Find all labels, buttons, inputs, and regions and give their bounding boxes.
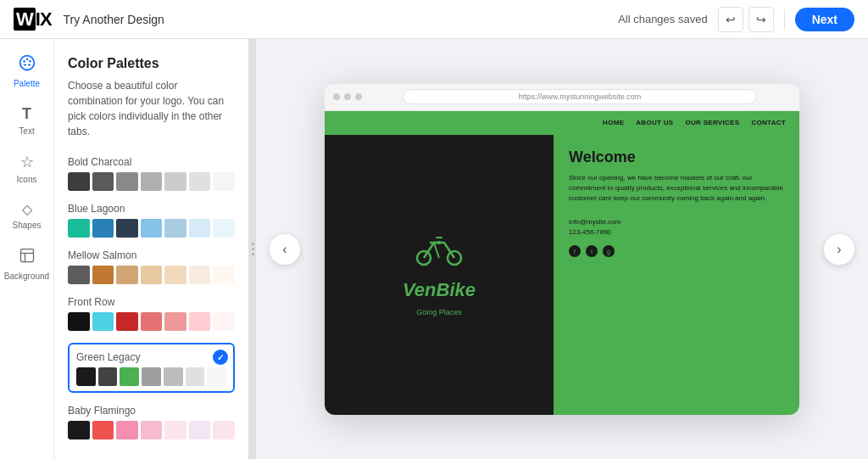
google-icon: g	[603, 245, 615, 257]
browser-dot-1	[333, 93, 340, 100]
svg-point-0	[19, 56, 34, 70]
background-label: Background	[4, 271, 49, 281]
site-left-panel: VenBike Going Places	[325, 135, 554, 415]
site-logo-text: VenBike	[403, 279, 476, 301]
palette-green-legacy[interactable]: ✓ Green Legacy	[68, 343, 235, 393]
palette-panel-title: Color Palettes	[68, 56, 235, 71]
palette-swatches	[68, 172, 235, 191]
saved-status: All changes saved	[618, 13, 708, 25]
facebook-icon: f	[569, 245, 581, 257]
palette-swatches	[68, 219, 235, 238]
sidebar-item-text[interactable]: T Text	[0, 97, 53, 144]
sidebar-item-background[interactable]: Background	[0, 238, 53, 289]
shapes-icon: ◇	[22, 201, 32, 217]
site-logo-sub: Going Places	[416, 308, 462, 316]
selected-check-icon: ✓	[213, 350, 228, 365]
browser-url: https://www.mystunningwebsite.com	[403, 89, 757, 104]
nav-home: HOME	[603, 119, 624, 126]
browser-dots	[333, 93, 362, 100]
text-label: Text	[19, 126, 34, 136]
svg-point-1	[23, 60, 25, 63]
palette-bold-charcoal[interactable]: Bold Charcoal	[68, 156, 235, 191]
palette-name: Green Legacy	[76, 351, 226, 363]
sidebar-icons: Palette T Text ☆ Icons ◇ Shapes Backgrou…	[0, 39, 54, 459]
shapes-label: Shapes	[13, 221, 42, 230]
text-icon: T	[22, 105, 31, 123]
header-right: All changes saved ↩ ↪ Next	[618, 7, 854, 32]
bike-icon	[414, 232, 465, 272]
browser-mockup: https://www.mystunningwebsite.com HOME A…	[325, 84, 799, 415]
palette-icon	[19, 54, 36, 76]
palette-name: Mellow Salmon	[68, 249, 235, 261]
site-email: info@mysite.com	[569, 217, 784, 228]
svg-point-2	[25, 59, 28, 61]
sidebar-item-icons[interactable]: ☆ Icons	[0, 144, 53, 193]
undo-button[interactable]: ↩	[718, 7, 743, 32]
main-content: Palette T Text ☆ Icons ◇ Shapes Backgrou…	[0, 39, 868, 459]
palette-name: Baby Flamingo	[68, 405, 235, 417]
header-left: WIX Try Another Design	[14, 8, 164, 31]
background-icon	[19, 247, 36, 268]
palette-blue-lagoon[interactable]: Blue Lagoon	[68, 203, 235, 238]
page-title: Try Another Design	[64, 13, 164, 26]
site-phone: 123-456-7890	[569, 227, 784, 238]
svg-point-5	[28, 64, 31, 66]
palette-mellow-salmon[interactable]: Mellow Salmon	[68, 249, 235, 284]
palette-baby-flamingo[interactable]: Baby Flamingo	[68, 405, 235, 439]
divider-dots	[252, 243, 254, 255]
palette-panel: Color Palettes Choose a beautiful color …	[54, 39, 249, 459]
undo-redo-group: ↩ ↪	[718, 7, 774, 32]
palette-swatches	[76, 367, 226, 386]
svg-rect-6	[20, 249, 33, 262]
svg-point-4	[24, 64, 26, 66]
app-header: WIX Try Another Design All changes saved…	[0, 0, 868, 39]
site-contact: info@mysite.com 123-456-7890	[569, 217, 784, 239]
next-button[interactable]: Next	[795, 8, 854, 31]
browser-content: HOME ABOUT US OUR SERVICES CONTACT	[325, 111, 799, 415]
social-icons: f t g	[569, 245, 784, 257]
preview-area: ‹ https://www.mystunningwebsite.com HOME…	[256, 39, 868, 459]
nav-services: OUR SERVICES	[685, 119, 739, 126]
svg-point-11	[437, 241, 441, 244]
browser-bar: https://www.mystunningwebsite.com	[325, 84, 799, 111]
palette-name: Blue Lagoon	[68, 203, 235, 215]
next-design-button[interactable]: ›	[824, 234, 854, 265]
site-body: VenBike Going Places Welcome Since our o…	[325, 135, 799, 415]
sidebar-item-palette[interactable]: Palette	[0, 46, 53, 97]
divider	[784, 9, 785, 30]
palette-label: Palette	[14, 79, 40, 88]
prev-design-button[interactable]: ‹	[270, 234, 300, 265]
nav-about: ABOUT US	[636, 119, 673, 126]
palette-swatches	[68, 312, 235, 331]
palette-swatches	[68, 266, 235, 284]
sidebar-item-shapes[interactable]: ◇ Shapes	[0, 193, 53, 238]
icons-label: Icons	[17, 175, 37, 184]
wix-logo: WIX	[14, 8, 52, 31]
palette-swatches	[68, 421, 235, 439]
palette-panel-desc: Choose a beautiful color combination for…	[68, 78, 235, 139]
site-description: Since our opening, we have become master…	[569, 173, 784, 204]
resize-divider[interactable]	[249, 39, 256, 459]
svg-point-3	[29, 60, 31, 63]
redo-button[interactable]: ↪	[748, 7, 774, 32]
nav-contact: CONTACT	[751, 119, 786, 126]
site-nav: HOME ABOUT US OUR SERVICES CONTACT	[325, 111, 799, 135]
twitter-icon: t	[586, 245, 598, 257]
palette-name: Front Row	[68, 296, 235, 308]
palette-front-row[interactable]: Front Row	[68, 296, 235, 331]
site-right-panel: Welcome Since our opening, we have becom…	[554, 135, 799, 415]
site-welcome: Welcome	[569, 148, 784, 166]
icons-icon: ☆	[20, 153, 34, 171]
browser-dot-3	[355, 93, 362, 100]
browser-dot-2	[344, 93, 351, 100]
palette-name: Bold Charcoal	[68, 156, 235, 168]
